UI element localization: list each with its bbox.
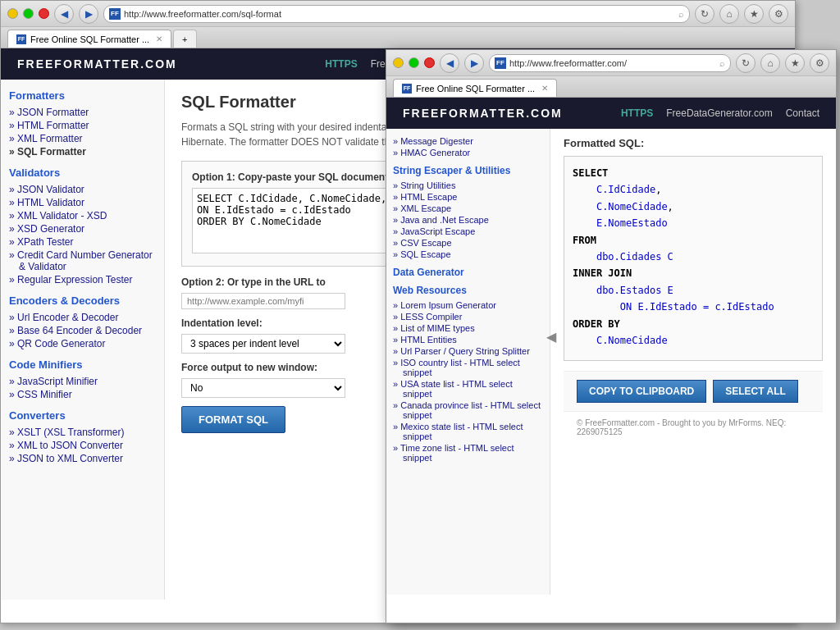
nav-contact-front[interactable]: Contact [786,107,819,119]
maximize-btn[interactable] [23,8,34,19]
sql-line-estados: dbo.Estados E [573,282,814,299]
sql-line-idcidade: C.IdCidade, [573,181,814,198]
front-sidebar-usa-state[interactable]: USA state list - HTML select snippet [393,378,543,399]
sidebar-css-minifier[interactable]: CSS Minifier [9,388,156,401]
front-sidebar-lorem[interactable]: Lorem Ipsum Generator [393,299,543,311]
front-sidebar-js-escape[interactable]: JavaScript Escape [393,226,543,237]
search-icon-front: ⌕ [719,58,725,68]
front-sidebar-html-entities[interactable]: HTML Entities [393,334,543,345]
url-input[interactable] [181,293,345,309]
sidebar-xml-json[interactable]: XML to JSON Converter [9,439,156,452]
forward-btn[interactable]: ▶ [79,4,98,24]
tab-bar-front: FF Free Online SQL Formatter ... ✕ [386,76,836,98]
sidebar-xml-validator[interactable]: XML Validator - XSD [9,209,156,222]
sidebar-json-xml[interactable]: JSON to XML Converter [9,452,156,465]
front-sidebar-csv-escape[interactable]: CSV Escape [393,237,543,249]
new-tab-back[interactable]: + [173,30,196,48]
sidebar-converters-title: Converters [9,409,156,422]
minimize-btn[interactable] [7,8,18,19]
copy-to-clipboard-btn[interactable]: COPY TO CLIPBOARD [577,380,706,403]
address-favicon-front: FF [495,57,506,69]
front-sidebar-string-title: String Escaper & Utilities [393,165,543,176]
sidebar-ccnum-generator[interactable]: Credit Card Number Generator & Validator [9,249,156,273]
maximize-btn-front[interactable] [409,57,419,68]
sidebar-xsd-generator[interactable]: XSD Generator [9,222,156,235]
active-tab-front[interactable]: FF Free Online SQL Formatter ... ✕ [393,79,557,97]
home-btn-back[interactable]: ⌂ [719,4,739,24]
front-sidebar: Message Digester HMAC Generator String E… [386,129,550,595]
front-main-result: Formatted SQL: SELECT C.IdCidade, C.Nome… [550,129,836,595]
sidebar-url-encoder[interactable]: Url Encoder & Decoder [9,311,156,324]
sidebar-qr-code[interactable]: QR Code Generator [9,337,156,350]
address-favicon-back: FF [109,8,121,20]
result-label: Formatted SQL: [564,137,823,149]
sidebar-html-formatter[interactable]: HTML Formatter [9,119,156,132]
bookmark-btn-back[interactable]: ★ [744,4,764,24]
force-output-select[interactable]: No Yes [181,378,345,398]
back-btn-front[interactable]: ◀ [440,53,459,73]
tab-close-back[interactable]: ✕ [156,34,162,43]
minimize-btn-front[interactable] [393,57,404,68]
active-tab-back[interactable]: FF Free Online SQL Formatter ... ✕ [7,30,171,48]
search-icon-back: ⌕ [678,9,684,19]
sidebar-validators-title: Validators [9,167,156,179]
bookmark-btn-front[interactable]: ★ [785,53,805,73]
front-sidebar-mexico[interactable]: Mexico state list - HTML select snippet [393,421,543,442]
browser-window-front: ◀ ▶ FF http://www.freeformatter.com/ ⌕ ↻… [386,49,837,623]
sidebar-collapse-btn[interactable]: ◀ [550,329,556,345]
sql-line-from: FROM [573,232,814,249]
front-sidebar-iso-country[interactable]: ISO country list - HTML select snippet [393,357,543,378]
sidebar-encoders-title: Encoders & Decoders [9,294,156,307]
back-btn[interactable]: ◀ [54,4,74,24]
sidebar-sql-formatter[interactable]: SQL Formatter [9,145,156,158]
sidebar-html-validator[interactable]: HTML Validator [9,196,156,209]
sql-line-on: ON E.IdEstado = c.IdEstado [573,299,814,315]
reload-btn-back[interactable]: ↻ [695,4,714,24]
front-sidebar-string-utils[interactable]: String Utilities [393,180,543,191]
front-sidebar-timezone[interactable]: Time zone list - HTML select snippet [393,442,543,463]
front-sidebar-xml-escape[interactable]: XML Escape [393,203,543,214]
settings-btn-back[interactable]: ⚙ [769,4,788,24]
sql-line-order-by: ORDER BY [573,316,814,332]
tab-bar-back: FF Free Online SQL Formatter ... ✕ + [1,27,795,48]
front-sidebar-sql-escape[interactable]: SQL Escape [393,249,543,260]
sidebar-json-formatter[interactable]: JSON Formatter [9,106,156,119]
front-sidebar-url-parser[interactable]: Url Parser / Query String Splitter [393,345,543,357]
sidebar-base64[interactable]: Base 64 Encoder & Decoder [9,324,156,337]
front-sidebar-canada[interactable]: Canada province list - HTML select snipp… [393,399,543,421]
front-sidebar-less[interactable]: LESS Compiler [393,311,543,322]
sidebar-regex-tester[interactable]: Regular Expression Tester [9,273,156,286]
address-bar-front[interactable]: FF http://www.freeformatter.com/ ⌕ [489,54,731,72]
sidebar-xml-formatter[interactable]: XML Formatter [9,132,156,145]
tab-close-front[interactable]: ✕ [541,84,548,93]
tab-favicon-front: FF [402,84,412,94]
site-nav-front: HTTPS FreeDataGenerator.com Contact [621,107,819,119]
footer-copyright: © FreeFormatter.com - Brought to you by … [564,411,823,443]
close-btn-back[interactable] [39,8,49,19]
sidebar-js-minifier[interactable]: JavaScript Minifier [9,375,156,388]
forward-btn-front[interactable]: ▶ [464,53,484,73]
format-sql-btn[interactable]: FORMAT SQL [181,406,285,433]
nav-freedata-front[interactable]: FreeDataGenerator.com [666,107,772,119]
front-sidebar-hmac[interactable]: HMAC Generator [393,147,543,158]
sidebar-xpath-tester[interactable]: XPath Tester [9,235,156,249]
front-sidebar-mime[interactable]: List of MIME types [393,322,543,334]
reload-btn-front[interactable]: ↻ [736,53,756,73]
select-all-btn[interactable]: SELECT ALL [713,380,798,403]
close-btn-front[interactable] [424,57,435,68]
sidebar-json-validator[interactable]: JSON Validator [9,183,156,196]
settings-btn-front[interactable]: ⚙ [810,53,829,73]
front-sidebar-html-escape[interactable]: HTML Escape [393,191,543,203]
sidebar-minifiers-title: Code Minifiers [9,358,156,371]
front-sidebar-message-digester[interactable]: Message Digester [393,135,543,147]
address-bar-back[interactable]: FF http://www.freeformatter.com/sql-form… [103,5,690,23]
front-sidebar-web-title: Web Resources [393,285,543,296]
indentation-select[interactable]: 3 spaces per indent level 2 spaces per i… [181,334,345,354]
home-btn-front[interactable]: ⌂ [760,53,780,73]
sql-line-cidades: dbo.Cidades C [573,249,814,265]
sql-line-nomecidade2: C.NomeCidade [573,332,814,349]
front-sidebar-java-escape[interactable]: Java and .Net Escape [393,214,543,226]
sidebar-xslt[interactable]: XSLT (XSL Transformer) [9,426,156,439]
front-page-main: Message Digester HMAC Generator String E… [386,129,836,595]
site-header-front: FREEFORMATTER.COM HTTPS FreeDataGenerato… [386,98,836,129]
